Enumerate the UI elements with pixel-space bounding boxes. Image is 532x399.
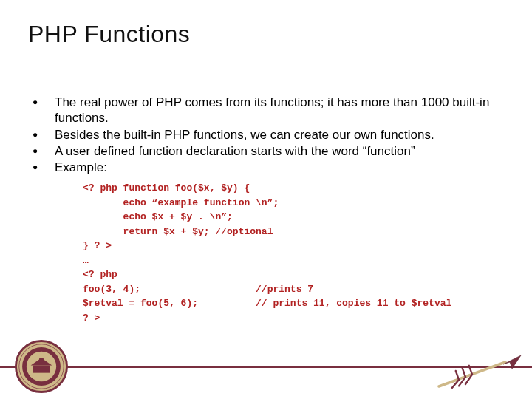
university-seal-icon <box>15 340 68 393</box>
bullet-text: The real power of PHP comes from its fun… <box>55 95 489 125</box>
svg-rect-3 <box>33 366 50 373</box>
slide: PHP Functions The real power of PHP come… <box>0 0 532 399</box>
code-block: <? php function foo($x, $y) { echo “exam… <box>83 181 502 325</box>
bullet-text: A user defined function declaration star… <box>55 144 415 158</box>
list-item: The real power of PHP comes from its fun… <box>30 95 502 126</box>
list-item: Example: <box>30 160 502 175</box>
bullet-text: Besides the built-in PHP functions, we c… <box>55 128 434 142</box>
list-item: A user defined function declaration star… <box>30 143 502 159</box>
svg-line-13 <box>463 368 466 377</box>
spear-icon <box>434 349 523 393</box>
svg-rect-5 <box>39 358 44 361</box>
bullet-list: The real power of PHP comes from its fun… <box>30 95 502 175</box>
bullet-text: Example: <box>55 160 107 174</box>
page-title: PHP Functions <box>28 21 190 48</box>
body-content: The real power of PHP comes from its fun… <box>30 95 502 325</box>
svg-line-14 <box>469 366 472 375</box>
list-item: Besides the built-in PHP functions, we c… <box>30 127 502 143</box>
